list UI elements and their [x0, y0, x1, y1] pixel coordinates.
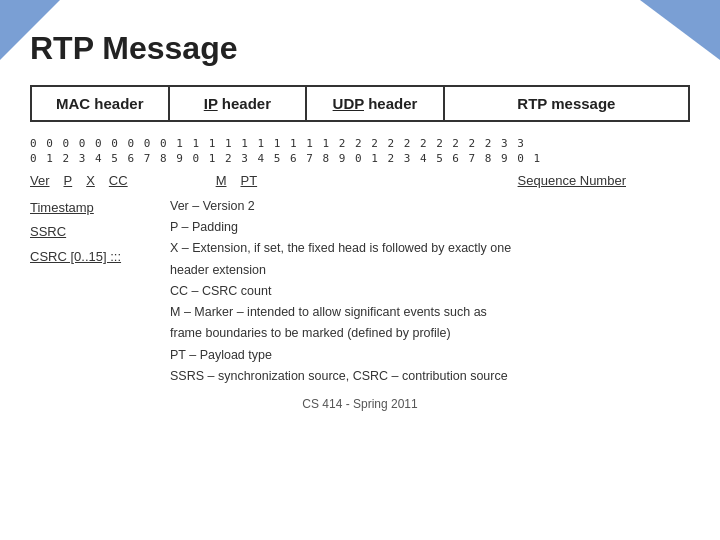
desc-line-1: P – Padding [170, 217, 690, 238]
left-column: Timestamp SSRC CSRC [0..15] ::: [30, 196, 160, 387]
footer-text: CS 414 - Spring 2011 [30, 397, 690, 411]
ver-field: Ver [30, 173, 50, 188]
header-bar: MAC header IP header UDP header RTP mess… [30, 85, 690, 122]
x-field: X [86, 173, 95, 188]
bit-row-1: 0 0 0 0 0 0 0 0 0 1 1 1 1 1 1 1 1 1 1 2 … [30, 136, 690, 151]
timestamp-label: Timestamp [30, 196, 160, 221]
desc-line-2: X – Extension, if set, the fixed head is… [170, 238, 690, 259]
desc-line-4: CC – CSRC count [170, 281, 690, 302]
m-field: M [216, 173, 227, 188]
header-cell-ip: IP header [170, 87, 308, 120]
bit-row-2: 0 1 2 3 4 5 6 7 8 9 0 1 2 3 4 5 6 7 8 9 … [30, 151, 690, 166]
desc-line-6: frame boundaries to be marked (defined b… [170, 323, 690, 344]
p-field: P [64, 173, 73, 188]
sequence-number-label: Sequence Number [518, 173, 626, 188]
udp-header-label: UDP header [333, 95, 418, 112]
bit-grid: 0 0 0 0 0 0 0 0 0 1 1 1 1 1 1 1 1 1 1 2 … [30, 136, 690, 167]
main-area: Timestamp SSRC CSRC [0..15] ::: Ver – Ve… [30, 196, 690, 387]
ssrc-label: SSRC [30, 220, 160, 245]
header-cell-mac: MAC header [32, 87, 170, 120]
mac-header-label: MAC header [56, 95, 144, 112]
pt-field: PT [240, 173, 257, 188]
page-title: RTP Message [30, 30, 690, 67]
desc-line-0: Ver – Version 2 [170, 196, 690, 217]
desc-line-7: PT – Payload type [170, 345, 690, 366]
fields-row: Ver P X CC M PT Sequence Number [30, 173, 690, 188]
desc-line-8: SSRS – synchronization source, CSRC – co… [170, 366, 690, 387]
ip-header-label: IP header [204, 95, 271, 112]
right-column: Ver – Version 2 P – Padding X – Extensio… [160, 196, 690, 387]
desc-line-5: M – Marker – intended to allow significa… [170, 302, 690, 323]
rtp-message-label: RTP message [517, 95, 615, 112]
desc-line-3: header extension [170, 260, 690, 281]
cc-field: CC [109, 173, 128, 188]
header-cell-udp: UDP header [307, 87, 445, 120]
csrc-label: CSRC [0..15] ::: [30, 245, 160, 270]
header-cell-rtp: RTP message [445, 87, 688, 120]
